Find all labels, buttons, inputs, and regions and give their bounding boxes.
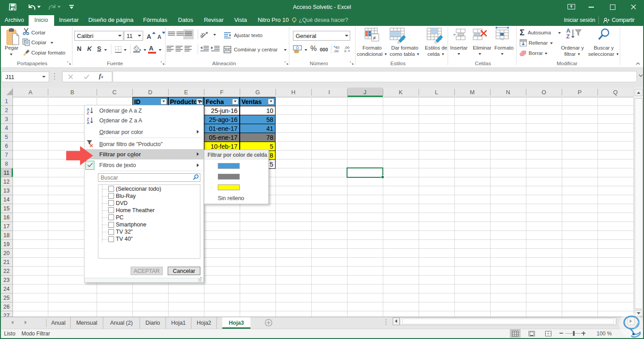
- svg-text:,00: ,00: [334, 49, 339, 53]
- svg-text:≠: ≠: [373, 35, 376, 41]
- svg-text:Z: Z: [87, 111, 89, 115]
- svg-text:A: A: [87, 121, 89, 125]
- svg-text:0: 0: [344, 49, 347, 53]
